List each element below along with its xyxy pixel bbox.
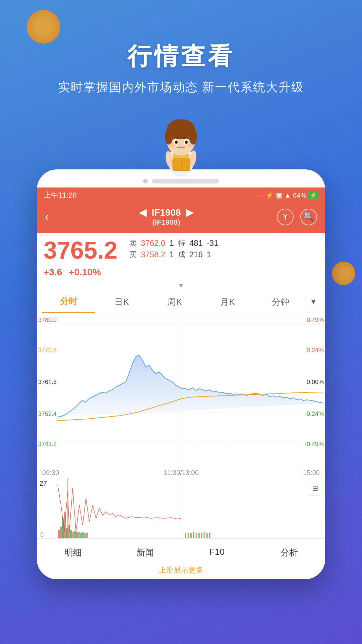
main-price: 3765.2 <box>44 238 124 262</box>
price-change-row: +3.6 +0.10% <box>37 265 325 280</box>
svg-rect-24 <box>58 530 60 538</box>
svg-rect-32 <box>74 531 76 538</box>
yen-icon-button[interactable]: ¥ <box>277 209 294 225</box>
nav-fenxi[interactable]: 分析 <box>253 544 325 561</box>
svg-rect-41 <box>188 533 189 538</box>
change-abs: +3.6 <box>44 267 62 278</box>
status-bar: 上午11:28 ··· ⚡ ▣ ▲ 64% ⚡ <box>37 187 325 203</box>
nav-left-arrow: ◀ <box>139 207 146 218</box>
svg-point-16 <box>180 147 181 148</box>
nav-icon-group: ¥ 🔍 <box>277 209 317 225</box>
status-time: 上午11:28 <box>44 190 77 200</box>
buy-row: 买 3758.2 1 成 216 1 <box>129 250 318 260</box>
volume-chart-icon[interactable]: ⊞ <box>308 481 322 496</box>
price-chart-svg <box>37 313 325 468</box>
signal-dots: ··· <box>258 192 264 199</box>
time-start: 09:30 <box>42 469 59 477</box>
buy-value: 3758.2 <box>141 250 165 259</box>
buy-qty: 1 <box>169 250 174 259</box>
svg-point-14 <box>168 143 175 147</box>
bottom-nav: 明细 新闻 F10 分析 <box>37 538 325 564</box>
mascot-container <box>0 109 362 176</box>
orb-decoration-right <box>332 262 355 285</box>
svg-rect-49 <box>209 533 210 538</box>
nav-bar: ‹ ◀ IF1908 ▶ (IF1908) ¥ 🔍 <box>37 203 325 233</box>
y-pct-5: -0.49% <box>305 441 324 448</box>
tab-zhouk[interactable]: 周K <box>148 291 201 313</box>
phone-notch <box>37 176 325 187</box>
y-label-2: 3770.8 <box>38 347 57 354</box>
mascot-character <box>154 109 208 176</box>
tab-fenzhong[interactable]: 分钟 <box>254 291 307 313</box>
battery-percentage: 64% <box>293 192 306 199</box>
sim-icon: ▣ <box>276 191 282 199</box>
svg-rect-38 <box>86 533 88 538</box>
y-label-4: 3752.4 <box>38 411 57 418</box>
chart-area: 3780.0 3770.8 3761.6 3752.4 3743.2 0.49%… <box>37 313 325 468</box>
y-pct-top: 0.49% <box>307 317 324 324</box>
page-subtitle: 实时掌握国内外市场动态 新一代系统大升级 <box>0 79 362 96</box>
tab-fenshi[interactable]: 分时 <box>42 291 95 313</box>
nav-symbol: IF1908 <box>152 207 181 218</box>
y-pct-2: 0.24% <box>307 347 324 354</box>
svg-rect-44 <box>196 533 197 538</box>
sell-value: 3762.0 <box>141 238 165 248</box>
done-change: 1 <box>207 250 211 259</box>
svg-point-15 <box>187 143 194 147</box>
tab-dropdown-button[interactable]: ▼ <box>307 295 320 309</box>
svg-rect-46 <box>201 533 202 538</box>
buy-label: 买 <box>129 250 137 260</box>
swipe-hint: 上滑显示更多 <box>37 564 325 579</box>
dropdown-indicator: ▼ <box>37 280 325 291</box>
tab-yuek[interactable]: 月K <box>201 291 254 313</box>
svg-rect-42 <box>190 533 192 538</box>
wifi-icon: ▲ <box>284 192 291 199</box>
nav-mingxi[interactable]: 明细 <box>37 544 109 561</box>
y-label-5: 3743.2 <box>38 441 57 448</box>
svg-rect-27 <box>64 512 66 538</box>
nav-xinwen[interactable]: 新闻 <box>109 544 181 561</box>
done-value: 216 <box>189 250 203 259</box>
search-icon-button[interactable]: 🔍 <box>300 209 317 225</box>
hold-change: -31 <box>207 238 219 248</box>
sell-row: 卖 3762.0 1 持 481 -31 <box>129 238 318 248</box>
change-pct: +0.10% <box>69 267 101 278</box>
battery-icon: ⚡ <box>308 191 318 199</box>
svg-point-8 <box>165 128 173 145</box>
sell-label: 卖 <box>129 238 137 248</box>
y-label-top: 3780.0 <box>38 317 57 324</box>
page-title: 行情查看 <box>0 40 362 72</box>
hold-label: 持 <box>178 238 185 248</box>
y-label-3: 3761.6 <box>38 379 57 386</box>
phone-dot <box>143 179 148 183</box>
svg-rect-45 <box>198 533 200 538</box>
price-section: 3765.2 卖 3762.0 1 持 481 -31 买 3758.2 1 成… <box>37 233 325 265</box>
svg-text:0: 0 <box>40 531 44 538</box>
svg-rect-30 <box>70 530 72 538</box>
volume-chart-svg: 0 <box>37 478 325 538</box>
svg-rect-37 <box>84 533 86 538</box>
svg-rect-34 <box>78 532 80 538</box>
svg-rect-29 <box>68 525 70 538</box>
phone-bar <box>152 179 219 183</box>
tab-rik[interactable]: 日K <box>95 291 148 313</box>
volume-area: 27 ⊞ <box>37 478 325 538</box>
svg-point-13 <box>185 141 188 144</box>
time-end: 15:00 <box>303 469 320 477</box>
svg-rect-47 <box>204 532 205 538</box>
nav-title: ◀ IF1908 ▶ (IF1908) <box>56 207 277 227</box>
back-button[interactable]: ‹ <box>45 210 49 224</box>
time-mid: 11:30/13:00 <box>163 469 199 477</box>
svg-point-12 <box>175 141 178 144</box>
phone-mockup: 上午11:28 ··· ⚡ ▣ ▲ 64% ⚡ ‹ ◀ IF1908 ▶ (IF… <box>37 169 325 579</box>
nav-right-arrow: ▶ <box>186 207 193 218</box>
y-pct-3: 0.00% <box>307 379 324 386</box>
no-alarm-icon: ⚡ <box>265 191 274 199</box>
svg-rect-33 <box>76 532 78 538</box>
nav-f10[interactable]: F10 <box>181 544 253 561</box>
svg-rect-40 <box>185 533 186 538</box>
svg-point-9 <box>189 128 197 145</box>
tab-bar: 分时 日K 周K 月K 分钟 ▼ <box>37 291 325 313</box>
svg-rect-31 <box>72 532 74 538</box>
status-right-icons: ··· ⚡ ▣ ▲ 64% ⚡ <box>258 191 319 199</box>
